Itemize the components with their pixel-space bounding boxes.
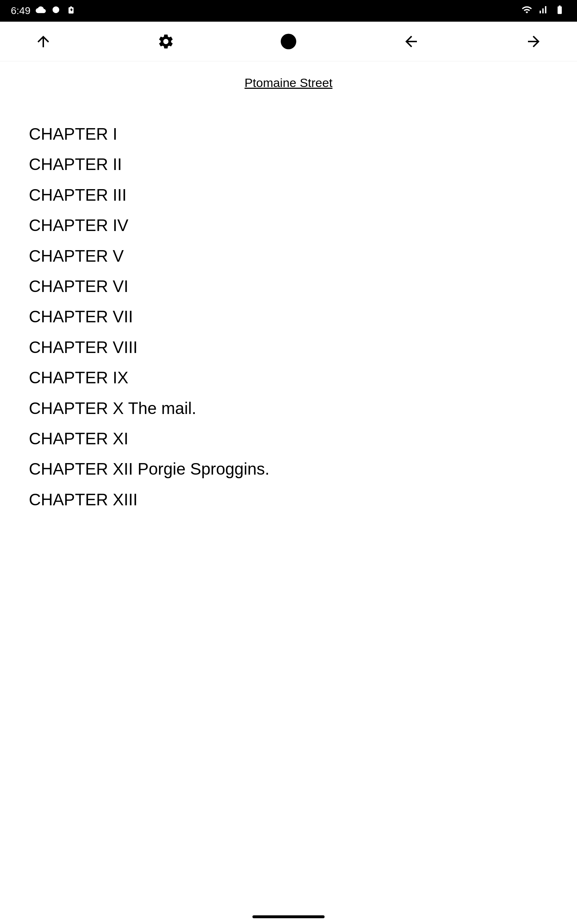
bottom-nav	[0, 902, 577, 924]
status-time: 6:49	[11, 5, 31, 16]
chapter-item[interactable]: CHAPTER II	[29, 149, 548, 179]
chapter-item[interactable]: CHAPTER VI	[29, 271, 548, 301]
chapter-item[interactable]: CHAPTER III	[29, 180, 548, 210]
forward-button[interactable]	[519, 27, 548, 56]
chapter-item[interactable]: CHAPTER V	[29, 241, 548, 271]
book-title: Ptomaine Street	[245, 76, 332, 90]
signal-icon	[537, 4, 548, 17]
status-left: 6:49	[11, 5, 76, 17]
cloud-icon	[36, 5, 46, 17]
chapter-item[interactable]: CHAPTER XI	[29, 423, 548, 454]
chapter-item[interactable]: CHAPTER XIII	[29, 485, 548, 515]
toc-content: CHAPTER I CHAPTER II CHAPTER III CHAPTER…	[0, 97, 577, 529]
svg-point-0	[52, 6, 59, 13]
home-indicator	[253, 915, 324, 918]
battery-saver-icon	[66, 5, 76, 17]
battery-icon	[553, 5, 566, 17]
settings-button[interactable]	[152, 27, 180, 56]
chapter-item[interactable]: CHAPTER VII	[29, 301, 548, 332]
wifi-icon	[521, 4, 532, 17]
chapter-item[interactable]: CHAPTER IV	[29, 210, 548, 241]
chapter-item[interactable]: CHAPTER XII Porgie Sproggins.	[29, 454, 548, 484]
book-title-area: Ptomaine Street	[0, 61, 577, 97]
chapter-item[interactable]: CHAPTER X The mail.	[29, 393, 548, 423]
up-button[interactable]	[29, 27, 58, 56]
chapter-item[interactable]: CHAPTER IX	[29, 362, 548, 393]
chapter-item[interactable]: CHAPTER VIII	[29, 332, 548, 362]
status-right	[521, 4, 566, 17]
status-bar: 6:49	[0, 0, 577, 22]
play-button[interactable]	[274, 27, 303, 56]
circle-icon	[51, 5, 61, 17]
back-button[interactable]	[397, 27, 425, 56]
toolbar	[0, 22, 577, 61]
chapter-item[interactable]: CHAPTER I	[29, 119, 548, 149]
